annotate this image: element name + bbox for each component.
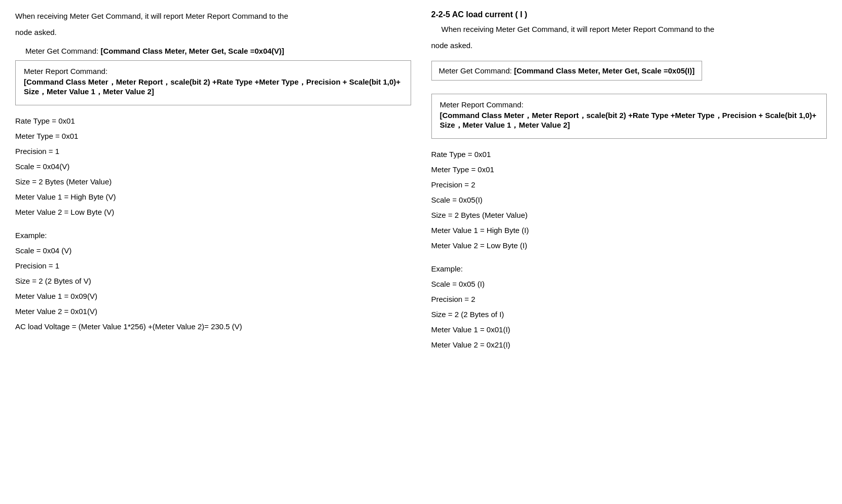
list-item: Meter Value 1 = 0x09(V)	[15, 289, 411, 304]
left-meter-get-label: Meter Get Command: [Command Class Meter,…	[25, 47, 411, 55]
right-meter-get-label: Meter Get Command:	[439, 66, 512, 75]
right-heading: 2-2-5 AC load current ( I )	[431, 10, 827, 19]
list-item: Precision = 2	[431, 292, 827, 307]
right-meter-report-box: Meter Report Command: [Command Class Met…	[431, 94, 827, 139]
list-item: Meter Value 2 = 0x21(I)	[431, 337, 827, 353]
list-item: Meter Value 2 = Low Byte (I)	[431, 238, 827, 253]
list-item: Size = 2 (2 Bytes of I)	[431, 307, 827, 322]
list-item: Meter Type = 0x01	[15, 129, 411, 144]
list-item: Rate Type = 0x01	[15, 113, 411, 129]
list-item: Size = 2 Bytes (Meter Value)	[15, 174, 411, 189]
left-intro1: When receiving Meter Get Command, it wil…	[15, 10, 411, 22]
list-item: Rate Type = 0x01	[431, 147, 827, 162]
list-item: Meter Value 1 = High Byte (I)	[431, 223, 827, 238]
right-intro2: node asked.	[431, 40, 827, 52]
list-item: Scale = 0x04(V)	[15, 159, 411, 174]
left-meter-report-value: [Command Class Meter，Meter Report，scale(…	[24, 77, 402, 97]
list-item: Precision = 1	[15, 144, 411, 159]
right-meter-report-label: Meter Report Command:	[440, 100, 819, 109]
list-item: Precision = 2	[431, 177, 827, 192]
list-item: Meter Value 1 = High Byte (V)	[15, 189, 411, 205]
list-item: Scale = 0x04 (V)	[15, 243, 411, 258]
left-meter-report-box: Meter Report Command: [Command Class Met…	[15, 60, 411, 105]
right-meter-get-box: Meter Get Command: [Command Class Meter,…	[431, 61, 703, 81]
list-item: Meter Value 2 = 0x01(V)	[15, 304, 411, 319]
left-meter-report-label: Meter Report Command:	[24, 67, 402, 75]
right-example-section: Example: Scale = 0x05 (I)Precision = 2Si…	[431, 261, 827, 353]
right-meter-report-value: [Command Class Meter，Meter Report，scale(…	[440, 111, 819, 130]
list-item: AC load Voltage = (Meter Value 1*256) +(…	[15, 319, 411, 334]
list-item: Meter Value 2 = Low Byte (V)	[15, 205, 411, 220]
list-item: Scale = 0x05 (I)	[431, 277, 827, 292]
list-item: Meter Type = 0x01	[431, 162, 827, 177]
list-item: Size = 2 (2 Bytes of V)	[15, 274, 411, 289]
right-value-list: Rate Type = 0x01Meter Type = 0x01Precisi…	[431, 147, 827, 253]
left-column: When receiving Meter Get Command, it wil…	[15, 10, 411, 353]
list-item: Precision = 1	[15, 258, 411, 274]
right-intro1: When receiving Meter Get Command, it wil…	[431, 23, 827, 35]
list-item: Size = 2 Bytes (Meter Value)	[431, 208, 827, 223]
list-item: Scale = 0x05(I)	[431, 192, 827, 208]
left-example-label: Example:	[15, 228, 411, 243]
left-example-section: Example: Scale = 0x04 (V)Precision = 1Si…	[15, 228, 411, 334]
left-value-list: Rate Type = 0x01Meter Type = 0x01Precisi…	[15, 113, 411, 220]
right-column: 2-2-5 AC load current ( I ) When receivi…	[431, 10, 827, 353]
right-example-label: Example:	[431, 261, 827, 277]
list-item: Meter Value 1 = 0x01(I)	[431, 322, 827, 337]
right-meter-get-value: [Command Class Meter, Meter Get, Scale =…	[514, 66, 694, 75]
left-intro2: node asked.	[15, 26, 411, 38]
